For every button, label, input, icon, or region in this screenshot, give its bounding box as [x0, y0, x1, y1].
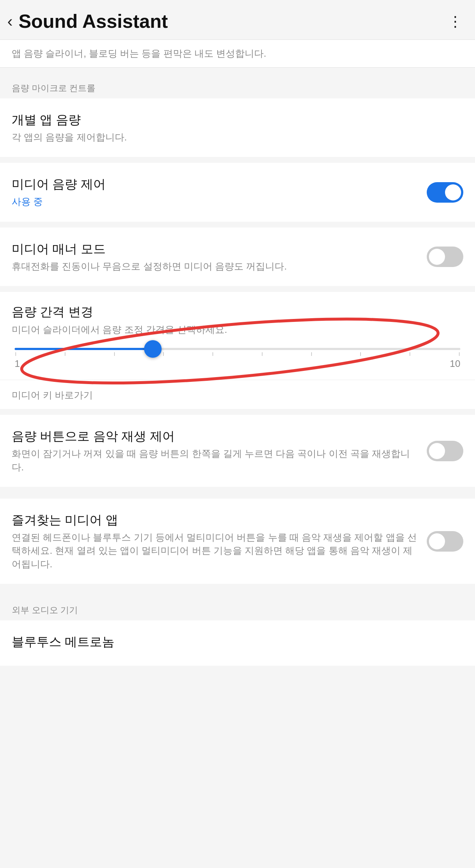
tick-10 [459, 352, 460, 356]
bluetooth-card: 블루투스 메트로놈 [0, 620, 475, 666]
media-mute-subtitle: 휴대전화를 진동이나 무음으로 설정하면 미디어 음량도 꺼집니다. [12, 260, 418, 273]
bluetooth-item[interactable]: 블루투스 메트로놈 [0, 620, 475, 666]
slider-labels: 1 10 [15, 358, 460, 369]
section-volume-mic-text: 음량 마이크로 컨트롤 [12, 83, 95, 93]
header-left: ‹ Sound Assistant [7, 10, 168, 32]
header: ‹ Sound Assistant ⋮ [0, 0, 475, 40]
external-audio-text: 외부 오디오 기기 [12, 605, 78, 615]
volume-interval-subtitle: 미디어 슬라이더에서 음량 조정 간격을 선택하세요. [12, 323, 463, 336]
slider-fill [15, 348, 153, 350]
section-divider-3 [0, 590, 475, 595]
media-key-shortcut[interactable]: 미디어 키 바로가기 [0, 380, 475, 409]
media-mute-item: 미디어 매너 모드 휴대전화를 진동이나 무음으로 설정하면 미디어 음량도 꺼… [0, 228, 475, 286]
per-app-subtitle: 각 앱의 음량을 제어합니다. [12, 131, 455, 144]
bluetooth-title: 블루투스 메트로놈 [12, 634, 455, 650]
volume-interval-title: 음량 간격 변경 [12, 304, 463, 320]
volume-interval-section: 음량 간격 변경 미디어 슬라이더에서 음량 조정 간격을 선택하세요. [0, 292, 475, 380]
media-volume-title: 미디어 음량 제어 [12, 176, 418, 193]
page-title: Sound Assistant [19, 10, 168, 32]
media-volume-subtitle: 사용 중 [12, 195, 418, 208]
slider-container[interactable]: 1 10 [12, 348, 463, 369]
music-control-title: 음량 버튼으로 음악 재생 제어 [12, 428, 418, 445]
media-volume-card: 미디어 음량 제어 사용 중 [0, 163, 475, 221]
slider-track [15, 348, 460, 350]
favorite-media-item: 즐겨찾는 미디어 앱 연결된 헤드폰이나 블루투스 기기 등에서 멀티미디어 버… [0, 499, 475, 584]
media-key-label: 미디어 키 바로가기 [12, 390, 93, 401]
tick-1 [15, 352, 16, 356]
music-control-text: 음량 버튼으로 음악 재생 제어 화면이 잠기거나 꺼져 있을 때 음량 버튼의… [12, 428, 427, 474]
tick-7 [311, 352, 312, 356]
tick-2 [65, 352, 65, 356]
per-app-title: 개별 앱 음량 [12, 112, 455, 128]
media-mute-toggle[interactable] [427, 247, 463, 267]
media-mute-title: 미디어 매너 모드 [12, 241, 418, 258]
bluetooth-text: 블루투스 메트로놈 [12, 634, 463, 653]
favorite-media-title: 즐겨찾는 미디어 앱 [12, 512, 418, 529]
media-volume-toggle-slider [427, 182, 463, 203]
per-app-text: 개별 앱 음량 각 앱의 음량을 제어합니다. [12, 112, 463, 144]
volume-interval-wrapper: 음량 간격 변경 미디어 슬라이더에서 음량 조정 간격을 선택하세요. [0, 292, 475, 409]
tick-4 [163, 352, 164, 356]
section-divider-1 [0, 409, 475, 415]
tick-3 [114, 352, 115, 356]
music-control-item: 음량 버튼으로 음악 재생 제어 화면이 잠기거나 꺼져 있을 때 음량 버튼의… [0, 415, 475, 487]
media-volume-toggle[interactable] [427, 182, 463, 203]
slider-ticks [15, 352, 460, 356]
music-control-toggle[interactable] [427, 441, 463, 461]
slider-label-min: 1 [15, 358, 20, 369]
back-button[interactable]: ‹ [7, 13, 13, 29]
section-volume-mic-label: 음량 마이크로 컨트롤 [0, 74, 475, 98]
media-mute-toggle-slider [427, 247, 463, 267]
favorite-media-toggle[interactable] [427, 531, 463, 552]
music-control-card: 음량 버튼으로 음악 재생 제어 화면이 잠기거나 꺼져 있을 때 음량 버튼의… [0, 415, 475, 487]
favorite-media-subtitle: 연결된 헤드폰이나 블루투스 기기 등에서 멀티미디어 버튼을 누를 때 음악 … [12, 531, 418, 571]
media-mute-text: 미디어 매너 모드 휴대전화를 진동이나 무음으로 설정하면 미디어 음량도 꺼… [12, 241, 427, 273]
slider-label-max: 10 [450, 358, 460, 369]
external-audio-label: 외부 오디오 기기 [0, 595, 475, 620]
section-divider-2 [0, 493, 475, 499]
tick-5 [212, 352, 213, 356]
favorite-media-card: 즐겨찾는 미디어 앱 연결된 헤드폰이나 블루투스 기기 등에서 멀티미디어 버… [0, 499, 475, 584]
subtitle-bar: 앱 음량 슬라이너, 블로딩 버는 등을 편막은 내도 변성합니다. [0, 40, 475, 68]
media-mute-card: 미디어 매너 모드 휴대전화를 진동이나 무음으로 설정하면 미디어 음량도 꺼… [0, 228, 475, 286]
media-volume-item: 미디어 음량 제어 사용 중 [0, 163, 475, 221]
tick-8 [360, 352, 361, 356]
tick-9 [410, 352, 410, 356]
music-control-subtitle: 화면이 잠기거나 꺼져 있을 때 음량 버튼의 한쪽을 길게 누르면 다음 곡이… [12, 447, 418, 474]
music-control-toggle-slider [427, 441, 463, 461]
tick-6 [262, 352, 263, 356]
media-volume-text: 미디어 음량 제어 사용 중 [12, 176, 427, 208]
favorite-media-text: 즐겨찾는 미디어 앱 연결된 헤드폰이나 블루투스 기기 등에서 멀티미디어 버… [12, 512, 427, 571]
per-app-card: 개별 앱 음량 각 앱의 음량을 제어합니다. [0, 98, 475, 157]
per-app-item[interactable]: 개별 앱 음량 각 앱의 음량을 제어합니다. [0, 98, 475, 157]
slider-thumb[interactable] [144, 340, 162, 358]
app-container: ‹ Sound Assistant ⋮ 앱 음량 슬라이너, 블로딩 버는 등을… [0, 0, 475, 868]
favorite-media-toggle-slider [427, 531, 463, 552]
more-button[interactable]: ⋮ [448, 14, 463, 29]
subtitle-text: 앱 음량 슬라이너, 블로딩 버는 등을 편막은 내도 변성합니다. [12, 48, 266, 59]
